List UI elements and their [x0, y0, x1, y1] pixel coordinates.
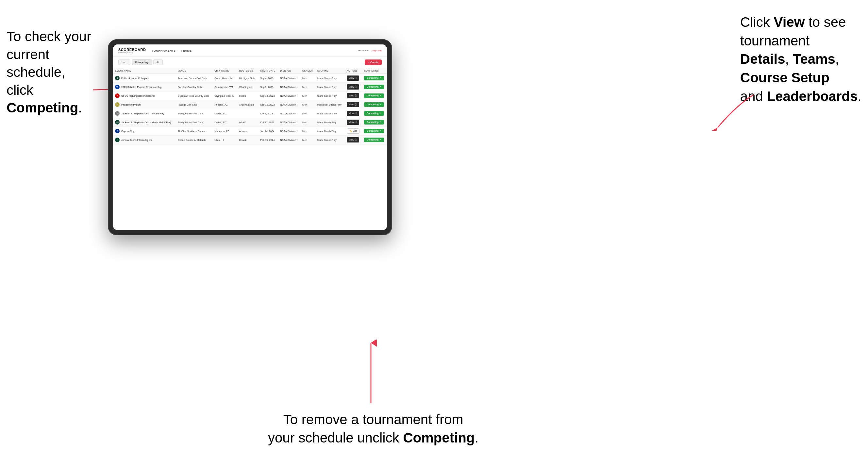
tab-all[interactable]: All	[153, 60, 163, 65]
competing-badge[interactable]: Competing ✓	[364, 102, 384, 107]
col-actions: ACTIONS	[345, 68, 362, 74]
team-logo: W	[115, 85, 120, 89]
col-competing: COMPETING	[362, 68, 387, 74]
view-button[interactable]: View ⓘ	[347, 84, 359, 90]
cell-gender: Men	[300, 74, 315, 83]
cell-competing: Competing ✓	[362, 127, 387, 136]
nav-teams[interactable]: TEAMS	[181, 49, 192, 52]
filter-bar: Ho... Competing All + Create	[113, 57, 387, 68]
cell-competing: Competing ✓	[362, 92, 387, 100]
col-scoring: SCORING	[315, 68, 345, 74]
event-name-cell: S Folds of Honor Collegiate	[115, 76, 174, 81]
cell-scoring: team, Stroke Play	[315, 83, 345, 92]
cell-city: Maricopa, AZ	[212, 127, 237, 136]
cell-division: NCAA Division I	[278, 136, 300, 145]
event-name-cell: JS Jackson T. Stephens Cup – Stroke Play	[115, 111, 174, 116]
competing-badge[interactable]: Competing ✓	[364, 129, 384, 133]
event-name-text: John A. Burns Intercollegiate	[121, 138, 152, 142]
event-name-cell: JS Jackson T. Stephens Cup – Men's Match…	[115, 120, 174, 125]
event-name-text: Papago Individual	[121, 103, 141, 106]
cell-event-name: JS Jackson T. Stephens Cup – Stroke Play	[113, 109, 176, 118]
view-button[interactable]: View ⓘ	[347, 93, 359, 98]
arrow-right-to-view	[705, 92, 757, 131]
cell-action: View ⓘ	[345, 118, 362, 127]
table-row: P Papago Individual Papago Golf ClubPhoe…	[113, 100, 387, 109]
cell-venue: Trinity Forest Golf Club	[176, 109, 212, 118]
view-button[interactable]: View ⓘ	[347, 102, 359, 107]
cell-event-name: P Papago Individual	[113, 100, 176, 109]
competing-badge[interactable]: Competing ✓	[364, 120, 384, 125]
team-logo: S	[115, 76, 120, 81]
cell-venue: American Dunes Golf Club	[176, 74, 212, 83]
cell-competing: Competing ✓	[362, 74, 387, 83]
annotation-top-left: To check your current schedule, click Co…	[6, 28, 98, 117]
cell-event-name: I OFCC Fighting Illini Invitational	[113, 92, 176, 100]
nav-left: SCOREBOARD Powered by clipp TOURNAMENTS …	[118, 48, 192, 54]
cell-gender: Men	[300, 109, 315, 118]
brand-title: SCOREBOARD	[118, 48, 146, 52]
table-row: JS Jackson T. Stephens Cup – Men's Match…	[113, 118, 387, 127]
event-name-text: 2023 Sahalee Players Championship	[121, 86, 161, 89]
cell-event-name: H John A. Burns Intercollegiate	[113, 136, 176, 145]
cell-hosted: Arizona	[237, 127, 258, 136]
table-row: S Folds of Honor Collegiate American Dun…	[113, 74, 387, 83]
cell-venue: Ak-Chin Southern Dunes	[176, 127, 212, 136]
col-event-name: EVENT NAME	[113, 68, 176, 74]
competing-badge[interactable]: Competing ✓	[364, 137, 384, 142]
cell-division: NCAA Division I	[278, 100, 300, 109]
event-name-text: OFCC Fighting Illini Invitational	[121, 94, 155, 97]
edit-button[interactable]: ✏️ Edit	[347, 128, 360, 134]
cell-scoring: team, Match Play	[315, 127, 345, 136]
cell-competing: Competing ✓	[362, 100, 387, 109]
cell-action: View ⓘ	[345, 83, 362, 92]
cell-venue: Sahalee Country Club	[176, 83, 212, 92]
competing-badge[interactable]: Competing ✓	[364, 85, 384, 89]
nav-tournaments[interactable]: TOURNAMENTS	[152, 49, 176, 52]
cell-gender: Men	[300, 118, 315, 127]
cell-division: NCAA Division I	[278, 127, 300, 136]
tablet-device: SCOREBOARD Powered by clipp TOURNAMENTS …	[108, 39, 392, 235]
cell-scoring: team, Stroke Play	[315, 109, 345, 118]
view-button[interactable]: View ⓘ	[347, 137, 359, 143]
cell-date: Oct 11, 2023	[258, 118, 278, 127]
cell-city: Phoenix, AZ	[212, 100, 237, 109]
competing-badge[interactable]: Competing ✓	[364, 76, 384, 81]
table-row: JS Jackson T. Stephens Cup – Stroke Play…	[113, 109, 387, 118]
cell-scoring: team, Match Play	[315, 118, 345, 127]
event-name-cell: A Copper Cup	[115, 129, 174, 133]
cell-event-name: S Folds of Honor Collegiate	[113, 74, 176, 83]
view-button[interactable]: View ⓘ	[347, 120, 359, 125]
cell-action: View ⓘ	[345, 109, 362, 118]
cell-city: Olympia Fields, IL	[212, 92, 237, 100]
tournaments-table-container: EVENT NAME VENUE CITY, STATE HOSTED BY S…	[113, 68, 387, 230]
cell-city: Dallas, TX	[212, 118, 237, 127]
create-button[interactable]: + Create	[365, 60, 382, 65]
cell-division: NCAA Division I	[278, 83, 300, 92]
cell-division: NCAA Division I	[278, 109, 300, 118]
event-name-cell: P Papago Individual	[115, 102, 174, 107]
cell-competing: Competing ✓	[362, 83, 387, 92]
cell-scoring: team, Stroke Play	[315, 74, 345, 83]
cell-date: Sep 4, 2023	[258, 74, 278, 83]
cell-venue: Olympia Fields Country Club	[176, 92, 212, 100]
cell-gender: Men	[300, 100, 315, 109]
tab-home[interactable]: Ho...	[118, 60, 130, 65]
cell-venue: Papago Golf Club	[176, 100, 212, 109]
team-logo: H	[115, 137, 120, 142]
table-header-row: EVENT NAME VENUE CITY, STATE HOSTED BY S…	[113, 68, 387, 74]
nav-signout[interactable]: Sign out	[372, 49, 382, 52]
cell-city: Grand Haven, MI	[212, 74, 237, 83]
competing-badge[interactable]: Competing ✓	[364, 111, 384, 116]
tab-competing[interactable]: Competing	[132, 60, 152, 65]
competing-badge[interactable]: Competing ✓	[364, 93, 384, 98]
cell-division: NCAA Division I	[278, 92, 300, 100]
cell-hosted: Illinois	[237, 92, 258, 100]
cell-division: NCAA Division I	[278, 74, 300, 83]
cell-competing: Competing ✓	[362, 118, 387, 127]
view-button[interactable]: View ⓘ	[347, 111, 359, 116]
cell-action: View ⓘ	[345, 92, 362, 100]
cell-date: Oct 9, 2023	[258, 109, 278, 118]
table-row: H John A. Burns Intercollegiate Ocean Co…	[113, 136, 387, 145]
annotation-bottom: To remove a tournament from your schedul…	[268, 410, 478, 447]
view-button[interactable]: View ⓘ	[347, 75, 359, 81]
